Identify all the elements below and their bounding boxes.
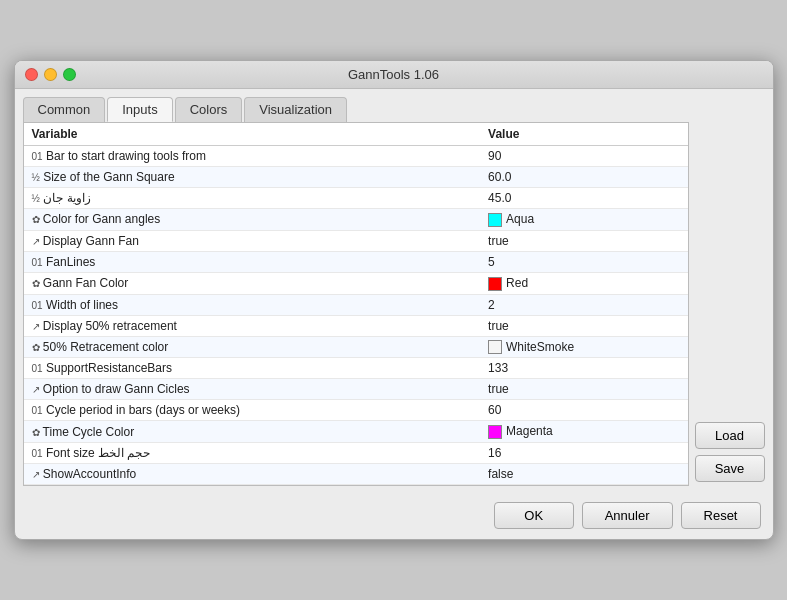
table-row[interactable]: 01 Bar to start drawing tools from90 <box>24 145 688 166</box>
variable-cell: 01 Font size حجم الخط <box>24 443 481 464</box>
numeric-type-icon: 01 <box>32 300 43 311</box>
tab-bar: Common Inputs Colors Visualization <box>15 89 773 122</box>
value-cell: true <box>480 379 687 400</box>
color-swatch <box>488 340 502 354</box>
main-window: GannTools 1.06 Common Inputs Colors Visu… <box>14 60 774 540</box>
table-row[interactable]: ↗ Option to draw Gann Ciclestrue <box>24 379 688 400</box>
variable-cell: 01 Width of lines <box>24 294 481 315</box>
color-type-icon: ✿ <box>32 278 40 289</box>
variable-cell: ↗ Display 50% retracement <box>24 315 481 336</box>
side-buttons: Load Save <box>695 122 765 486</box>
col-header-variable: Variable <box>24 123 481 146</box>
table-row[interactable]: 01 Width of lines2 <box>24 294 688 315</box>
color-swatch <box>488 425 502 439</box>
variable-cell: 01 Bar to start drawing tools from <box>24 145 481 166</box>
variable-cell: ½ Size of the Gann Square <box>24 166 481 187</box>
col-header-value: Value <box>480 123 687 146</box>
value-cell: Magenta <box>480 421 687 443</box>
window-title: GannTools 1.06 <box>348 67 439 82</box>
variable-cell: ✿ Time Cycle Color <box>24 421 481 443</box>
variable-cell: ✿ Gann Fan Color <box>24 272 481 294</box>
numeric-type-icon: 01 <box>32 405 43 416</box>
title-bar: GannTools 1.06 <box>15 61 773 89</box>
variable-cell: ½ زاوية جان <box>24 187 481 208</box>
value-cell: 5 <box>480 251 687 272</box>
minimize-button[interactable] <box>44 68 57 81</box>
table-row[interactable]: ↗ Display Gann Fantrue <box>24 230 688 251</box>
arrow-type-icon: ↗ <box>32 236 40 247</box>
table-row[interactable]: ✿ Gann Fan ColorRed <box>24 272 688 294</box>
arrow-type-icon: ↗ <box>32 469 40 480</box>
close-button[interactable] <box>25 68 38 81</box>
color-swatch <box>488 213 502 227</box>
table-row[interactable]: 01 Cycle period in bars (days or weeks)6… <box>24 400 688 421</box>
variable-cell: 01 FanLines <box>24 251 481 272</box>
arrow-type-icon: ↗ <box>32 384 40 395</box>
tab-inputs[interactable]: Inputs <box>107 97 172 122</box>
variable-cell: ↗ Display Gann Fan <box>24 230 481 251</box>
main-layout: Variable Value 01 Bar to start drawing t… <box>23 122 765 486</box>
variable-cell: 01 SupportResistanceBars <box>24 358 481 379</box>
fraction-type-icon: ½ <box>32 193 40 204</box>
value-cell: 2 <box>480 294 687 315</box>
color-type-icon: ✿ <box>32 342 40 353</box>
tab-colors[interactable]: Colors <box>175 97 243 122</box>
value-cell: WhiteSmoke <box>480 336 687 358</box>
variable-cell: 01 Cycle period in bars (days or weeks) <box>24 400 481 421</box>
variable-cell: ↗ Option to draw Gann Cicles <box>24 379 481 400</box>
inputs-table: Variable Value 01 Bar to start drawing t… <box>23 122 689 486</box>
fraction-type-icon: ½ <box>32 172 40 183</box>
numeric-type-icon: 01 <box>32 363 43 374</box>
table-row[interactable]: ✿ 50% Retracement colorWhiteSmoke <box>24 336 688 358</box>
table-row[interactable]: ½ Size of the Gann Square60.0 <box>24 166 688 187</box>
table-row[interactable]: 01 Font size حجم الخط16 <box>24 443 688 464</box>
reset-button[interactable]: Reset <box>681 502 761 529</box>
numeric-type-icon: 01 <box>32 257 43 268</box>
arrow-type-icon: ↗ <box>32 321 40 332</box>
table-row[interactable]: ↗ ShowAccountInfofalse <box>24 464 688 485</box>
table-row[interactable]: 01 FanLines5 <box>24 251 688 272</box>
numeric-type-icon: 01 <box>32 448 43 459</box>
color-type-icon: ✿ <box>32 214 40 225</box>
value-cell: false <box>480 464 687 485</box>
table-row[interactable]: ↗ Display 50% retracementtrue <box>24 315 688 336</box>
content-area: Variable Value 01 Bar to start drawing t… <box>15 122 773 494</box>
variable-cell: ✿ 50% Retracement color <box>24 336 481 358</box>
tab-common[interactable]: Common <box>23 97 106 122</box>
color-type-icon: ✿ <box>32 427 40 438</box>
window-controls <box>25 68 76 81</box>
ok-button[interactable]: OK <box>494 502 574 529</box>
value-cell: 133 <box>480 358 687 379</box>
table-wrapper: Variable Value 01 Bar to start drawing t… <box>23 122 689 486</box>
table-row[interactable]: ✿ Time Cycle ColorMagenta <box>24 421 688 443</box>
annuler-button[interactable]: Annuler <box>582 502 673 529</box>
maximize-button[interactable] <box>63 68 76 81</box>
value-cell: 45.0 <box>480 187 687 208</box>
table-row[interactable]: ½ زاوية جان45.0 <box>24 187 688 208</box>
table-row[interactable]: ✿ Color for Gann anglesAqua <box>24 208 688 230</box>
value-cell: 60 <box>480 400 687 421</box>
color-swatch <box>488 277 502 291</box>
save-button[interactable]: Save <box>695 455 765 482</box>
bottom-bar: OK Annuler Reset <box>15 494 773 539</box>
value-cell: 16 <box>480 443 687 464</box>
value-cell: 90 <box>480 145 687 166</box>
value-cell: true <box>480 315 687 336</box>
value-cell: Aqua <box>480 208 687 230</box>
variable-cell: ↗ ShowAccountInfo <box>24 464 481 485</box>
value-cell: true <box>480 230 687 251</box>
variable-cell: ✿ Color for Gann angles <box>24 208 481 230</box>
numeric-type-icon: 01 <box>32 151 43 162</box>
value-cell: Red <box>480 272 687 294</box>
table-row[interactable]: 01 SupportResistanceBars133 <box>24 358 688 379</box>
load-button[interactable]: Load <box>695 422 765 449</box>
tab-visualization[interactable]: Visualization <box>244 97 347 122</box>
value-cell: 60.0 <box>480 166 687 187</box>
